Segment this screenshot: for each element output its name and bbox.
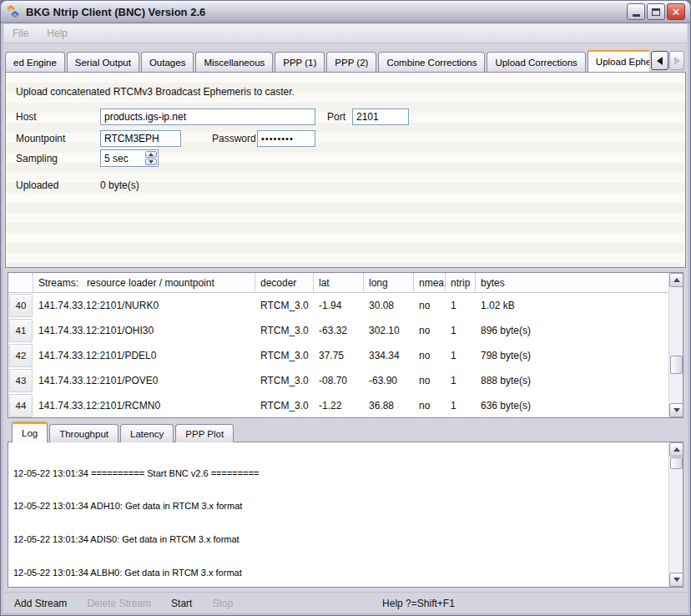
header-mountpoint[interactable]: Streams: resource loader / mountpoint	[33, 273, 255, 292]
table-row[interactable]: 43 141.74.33.12:2101/POVE0 RTCM_3.0 -08.…	[8, 368, 683, 393]
tab-upload-corrections[interactable]: Upload Corrections	[487, 52, 585, 72]
tab-scroll-right-button[interactable]	[669, 51, 684, 70]
header-ntrip[interactable]: ntrip	[446, 273, 476, 292]
cell-nmea: no	[414, 350, 446, 361]
log-scrollbar[interactable]	[668, 442, 683, 587]
cell-decoder: RTCM_3.0	[255, 375, 314, 386]
cell-ntrip: 1	[446, 325, 476, 336]
app-logo-icon	[7, 5, 22, 18]
output-tab-bar: Log Throughput Latency PPP Plot	[12, 422, 235, 442]
port-input[interactable]	[352, 109, 409, 125]
mountpoint-input[interactable]	[100, 130, 181, 147]
tab-outages[interactable]: Outages	[141, 52, 194, 72]
mountpoint-label: Mountpoint	[16, 133, 65, 144]
table-row[interactable]: 44 141.74.33.12:2101/RCMN0 RTCM_3.0 -1.2…	[8, 393, 683, 418]
scroll-down-button[interactable]	[669, 573, 683, 587]
start-button[interactable]: Start	[161, 598, 202, 609]
cell-lat: -1.94	[314, 300, 364, 311]
cell-mountpoint: 141.74.33.12:2101/POVE0	[33, 375, 255, 386]
cell-lat: -08.70	[314, 375, 364, 386]
row-number: 44	[9, 394, 33, 417]
streams-table: Streams: resource loader / mountpoint de…	[8, 272, 683, 418]
tab-throughput[interactable]: Throughput	[49, 424, 119, 442]
header-bytes[interactable]: bytes	[476, 273, 683, 292]
scrollbar-thumb[interactable]	[670, 356, 683, 374]
header-index[interactable]	[8, 273, 33, 292]
menu-help[interactable]: Help	[47, 28, 68, 39]
tab-combine-corrections[interactable]: Combine Corrections	[378, 52, 485, 72]
log-line: 12-05-22 13:01:34 ALBH0: Get data in RTC…	[13, 568, 666, 578]
tab-ppp-2[interactable]: PPP (2)	[326, 52, 376, 72]
sampling-decrement-button[interactable]	[145, 159, 157, 165]
cell-bytes: 636 byte(s)	[476, 400, 683, 412]
tab-ppp-plot[interactable]: PPP Plot	[175, 424, 234, 442]
port-label: Port	[327, 111, 346, 123]
menu-bar: File Help	[4, 24, 687, 43]
scroll-up-button[interactable]	[669, 273, 683, 287]
menu-file[interactable]: File	[13, 28, 28, 39]
tab-ppp-1[interactable]: PPP (1)	[275, 52, 325, 72]
scrollbar-thumb[interactable]	[670, 457, 683, 469]
host-input[interactable]	[100, 109, 315, 125]
cell-long: 36.88	[364, 400, 414, 412]
scroll-up-button[interactable]	[669, 442, 683, 457]
cell-bytes: 896 byte(s)	[476, 325, 683, 336]
header-long[interactable]: long	[364, 273, 414, 292]
cell-lat: -63.32	[314, 325, 364, 336]
log-line: 12-05-22 13:01:34 ========== Start BNC v…	[13, 468, 666, 479]
table-row[interactable]: 40 141.74.33.12:2101/NURK0 RTCM_3.0 -1.9…	[8, 293, 683, 318]
cell-long: 334.34	[364, 350, 414, 361]
table-row[interactable]: 42 141.74.33.12:2101/PDEL0 RTCM_3.0 37.7…	[8, 343, 683, 368]
tab-scroll-left-button[interactable]	[651, 51, 668, 70]
cell-long: 30.08	[364, 300, 414, 311]
sampling-label: Sampling	[16, 153, 58, 164]
row-number: 41	[9, 319, 33, 342]
sampling-increment-button[interactable]	[145, 151, 157, 158]
log-text[interactable]: 12-05-22 13:01:34 ========== Start BNC v…	[13, 446, 666, 587]
minimize-button[interactable]	[627, 3, 645, 20]
maximize-button[interactable]	[647, 3, 665, 20]
tab-log[interactable]: Log	[12, 422, 48, 442]
title-bar[interactable]: BKG Ntrip Client (BNC) Version 2.6 ✕	[1, 1, 690, 23]
panel-description: Upload concatenated RTCMv3 Broadcast Eph…	[16, 86, 295, 98]
uploaded-value: 0 byte(s)	[100, 179, 139, 191]
add-stream-button[interactable]: Add Stream	[4, 598, 77, 609]
uploaded-label: Uploaded	[16, 179, 58, 191]
close-icon: ✕	[672, 7, 681, 18]
tab-feed-engine[interactable]: ed Engine	[5, 52, 65, 72]
scroll-down-button[interactable]	[669, 403, 683, 417]
arrow-up-icon	[673, 278, 680, 282]
upload-ephemeris-panel: Upload concatenated RTCMv3 Broadcast Eph…	[5, 72, 686, 268]
sampling-spinbox[interactable]: 5 sec	[100, 149, 159, 167]
tab-upload-ephemeris[interactable]: Upload Ephemeris	[588, 50, 649, 72]
row-number: 40	[9, 294, 33, 317]
stop-button[interactable]: Stop	[202, 598, 243, 609]
delete-stream-button[interactable]: Delete Stream	[77, 598, 161, 609]
cell-mountpoint: 141.74.33.12:2101/PDEL0	[33, 350, 255, 361]
password-input[interactable]	[257, 130, 315, 147]
cell-ntrip: 1	[446, 375, 476, 386]
cell-lat: -1.22	[314, 400, 364, 412]
cell-ntrip: 1	[446, 400, 476, 412]
tab-miscellaneous[interactable]: Miscellaneous	[195, 52, 273, 72]
tab-latency[interactable]: Latency	[120, 424, 174, 442]
streams-table-scrollbar[interactable]	[668, 273, 683, 417]
arrow-up-icon	[673, 447, 680, 452]
settings-tab-bar: ed Engine Serial Output Outages Miscella…	[5, 50, 649, 72]
cell-long: 302.10	[364, 325, 414, 336]
cell-mountpoint: 141.74.33.12:2101/NURK0	[33, 300, 255, 311]
tab-serial-output[interactable]: Serial Output	[67, 52, 139, 72]
table-row[interactable]: 41 141.74.33.12:2101/OHI30 RTCM_3.0 -63.…	[8, 318, 683, 343]
cell-bytes: 888 byte(s)	[476, 375, 683, 386]
app-window: BKG Ntrip Client (BNC) Version 2.6 ✕ Fil…	[0, 0, 691, 616]
cell-bytes: 798 byte(s)	[476, 350, 683, 361]
password-label: Password	[212, 133, 256, 144]
streams-table-header: Streams: resource loader / mountpoint de…	[8, 273, 683, 293]
header-lat[interactable]: lat	[314, 273, 364, 292]
header-nmea[interactable]: nmea	[414, 273, 446, 292]
close-button[interactable]: ✕	[667, 3, 685, 20]
chevron-right-icon	[674, 57, 680, 65]
arrow-down-icon	[673, 578, 680, 582]
header-decoder[interactable]: decoder	[255, 273, 314, 292]
cell-mountpoint: 141.74.33.12:2101/OHI30	[33, 325, 255, 336]
